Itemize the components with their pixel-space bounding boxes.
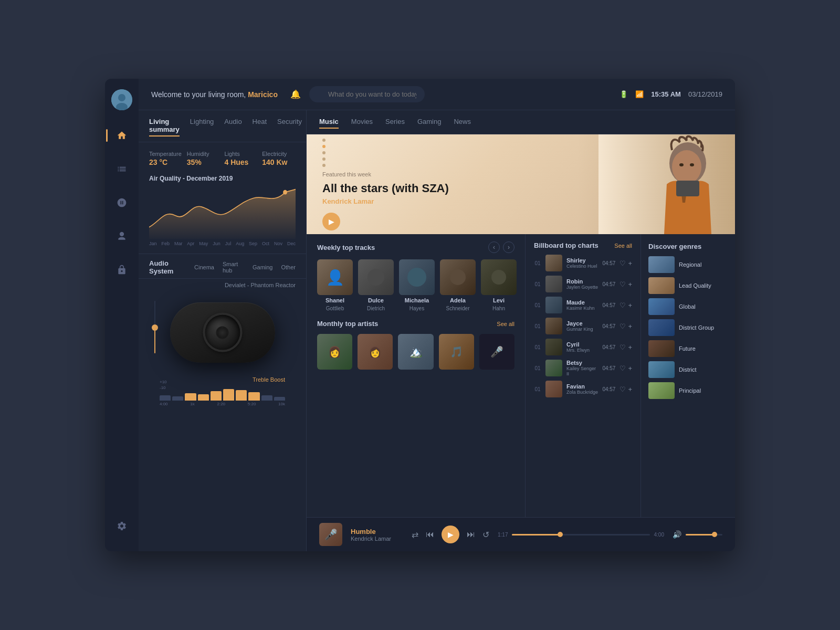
repeat-button[interactable]: ↺ — [482, 530, 489, 540]
eq-labels: 4:00 1k 2:20 5:20 10k — [160, 402, 285, 406]
heart-icon[interactable]: ♡ — [620, 343, 626, 351]
sidebar-item-hub[interactable] — [112, 193, 131, 212]
add-icon[interactable]: + — [628, 385, 632, 393]
billboard-item[interactable]: 01 Shirley Celestino Huel 04:57 ♡+ — [534, 255, 632, 271]
add-icon[interactable]: + — [628, 343, 632, 351]
genre-item[interactable]: Global — [648, 298, 728, 315]
stat-electricity: Electricity 140 Kw — [262, 151, 296, 166]
featured-title: All the stars (with SZA) — [322, 182, 449, 195]
track-item[interactable]: Adela Schneider — [440, 259, 476, 311]
heart-icon[interactable]: ♡ — [620, 364, 626, 372]
header: Welcome to your living room, Maricico 🔔 … — [139, 79, 735, 110]
nav-lighting[interactable]: Lighting — [190, 118, 214, 136]
add-icon[interactable]: + — [628, 259, 632, 267]
audio-tab-smarthub[interactable]: Smart hub — [223, 261, 244, 274]
heart-icon[interactable]: ♡ — [620, 385, 626, 393]
track-item[interactable]: Dulce Dietrich — [358, 259, 394, 311]
genre-item[interactable]: Principal — [648, 382, 728, 399]
sidebar-item-list[interactable] — [112, 160, 131, 178]
sidebar-item-settings[interactable] — [112, 517, 131, 536]
audio-tab-cinema[interactable]: Cinema — [194, 264, 214, 270]
billboard-see-all[interactable]: See all — [614, 243, 632, 249]
chart-months: Jan Feb Mar Apr May Jun Jul Aug Sep Oct … — [149, 239, 296, 248]
add-icon[interactable]: + — [628, 322, 632, 330]
featured-content: Featured this week All the stars (with S… — [307, 134, 465, 234]
svg-point-8 — [690, 163, 694, 166]
featured-artist-image — [578, 134, 735, 234]
add-icon[interactable]: + — [628, 301, 632, 309]
artist-item[interactable]: 🎤 — [479, 334, 514, 370]
audio-tab-gaming[interactable]: Gaming — [253, 264, 273, 270]
heart-icon[interactable]: ♡ — [620, 322, 626, 330]
billboard-item[interactable]: 01 Robin Jaylen Goyette 04:57 ♡+ — [534, 276, 632, 292]
heart-icon[interactable]: ♡ — [620, 259, 626, 267]
billboard-section: Billboard top charts See all 01 Shirley … — [525, 234, 640, 517]
nav-living-summary[interactable]: Living summary — [149, 118, 180, 136]
current-time: 15:35 AM — [651, 90, 681, 98]
stat-humidity: Humidity 35% — [187, 151, 220, 166]
progress-bar[interactable] — [512, 534, 649, 536]
sidebar-item-lock[interactable] — [112, 260, 131, 279]
stats-row: Temperature 23 °C Humidity 35% Lights 4 … — [139, 142, 306, 175]
billboard-item[interactable]: 01 Cyril Mrs. Elwyn 04:57 ♡+ — [534, 339, 632, 355]
avatar[interactable] — [111, 89, 132, 110]
device-name: Devialet - Phantom Reactor — [225, 282, 296, 288]
volume-bar[interactable] — [686, 534, 722, 536]
music-nav-gaming[interactable]: Gaming — [417, 118, 442, 129]
eq-bars — [160, 386, 285, 401]
genre-item[interactable]: District — [648, 361, 728, 378]
heart-icon[interactable]: ♡ — [620, 301, 626, 309]
welcome-text: Welcome to your living room, Maricico — [151, 90, 278, 99]
genre-item[interactable]: Lead Quality — [648, 277, 728, 294]
add-icon[interactable]: + — [628, 280, 632, 288]
monthly-see-all[interactable]: See all — [497, 321, 514, 327]
main-screen: Welcome to your living room, Maricico 🔔 … — [105, 79, 735, 551]
shuffle-button[interactable]: ⇄ — [412, 530, 418, 540]
nav-heat[interactable]: Heat — [253, 118, 267, 136]
genre-item[interactable]: Future — [648, 340, 728, 357]
artist-item[interactable]: 👩 — [358, 334, 393, 370]
svg-point-3 — [283, 190, 287, 195]
volume-slider[interactable] — [154, 301, 155, 364]
audio-tabs: Audio System Cinema Smart hub Gaming Oth… — [139, 254, 306, 279]
prev-button[interactable]: ⏮ — [426, 530, 434, 539]
billboard-item[interactable]: 01 Favian Zola Buckridge 04:57 ♡+ — [534, 381, 632, 397]
sidebar-item-tools[interactable] — [112, 227, 131, 246]
artist-item[interactable]: 🏔️ — [398, 334, 433, 370]
music-nav-series[interactable]: Series — [385, 118, 405, 129]
tracks-next-button[interactable]: › — [503, 242, 514, 253]
audio-tab-other[interactable]: Other — [281, 264, 296, 270]
billboard-list: 01 Shirley Celestino Huel 04:57 ♡+ — [534, 255, 632, 397]
speaker-visual — [170, 298, 275, 366]
svg-point-6 — [672, 150, 701, 184]
search-input[interactable] — [309, 86, 425, 102]
track-item[interactable]: Levi Hahn — [481, 259, 517, 311]
artist-item[interactable]: 🎵 — [439, 334, 474, 370]
billboard-item[interactable]: 01 Maude Kasimir Kuhn 04:57 ♡+ — [534, 297, 632, 313]
music-nav-music[interactable]: Music — [319, 118, 339, 129]
music-nav-news[interactable]: News — [454, 118, 471, 129]
heart-icon[interactable]: ♡ — [620, 280, 626, 288]
music-nav-movies[interactable]: Movies — [351, 118, 373, 129]
tracks-prev-button[interactable]: ‹ — [488, 242, 500, 253]
genre-item[interactable]: Regional — [648, 256, 728, 273]
next-button[interactable]: ⏭ — [467, 530, 475, 539]
track-item[interactable]: Michaela Hayes — [399, 259, 435, 311]
artist-item[interactable]: 👩 — [317, 334, 352, 370]
sidebar-item-home[interactable] — [112, 126, 131, 145]
player-info: Humble Kendrick Lamar — [351, 528, 403, 542]
monthly-artists-header: Monthly top artists See all — [317, 320, 514, 328]
add-icon[interactable]: + — [628, 364, 632, 372]
svg-point-1 — [118, 94, 125, 101]
genre-item[interactable]: District Group — [648, 319, 728, 336]
nav-audio[interactable]: Audio — [224, 118, 242, 136]
featured-label: Featured this week — [322, 171, 449, 177]
billboard-item[interactable]: 01 Jayce Gunnar King 04:57 ♡+ — [534, 318, 632, 334]
billboard-item[interactable]: 01 Betsy Kailey Senger II 04:57 ♡+ — [534, 360, 632, 376]
track-item[interactable]: 👤 Shanel Gottlieb — [317, 259, 353, 311]
play-pause-button[interactable]: ▶ — [442, 526, 459, 543]
left-panel: Living summary Lighting Audio Heat Secur… — [139, 110, 307, 551]
bell-icon[interactable]: 🔔 — [290, 89, 301, 99]
featured-play-button[interactable]: ▶ — [322, 213, 340, 230]
nav-security[interactable]: Security — [277, 118, 302, 136]
